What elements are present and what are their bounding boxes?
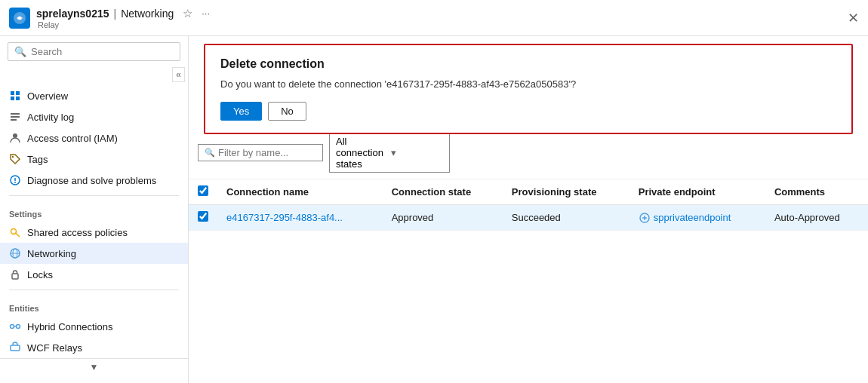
sidebar-item-shared-access-label: Shared access policies [27, 227, 128, 238]
sidebar-item-hybrid-label: Hybrid Connections [27, 321, 112, 332]
yes-button[interactable]: Yes [220, 102, 262, 121]
filter-icon: 🔍 [205, 148, 215, 158]
sidebar-item-shared-access[interactable]: Shared access policies [0, 222, 188, 243]
connections-table: Connection name Connection state Provisi… [189, 179, 868, 231]
col-private-endpoint: Private endpoint [629, 179, 765, 205]
connection-state-dropdown[interactable]: All connection states ▾ [329, 133, 450, 173]
sidebar-item-networking[interactable]: Networking [0, 243, 188, 264]
more-button[interactable]: ··· [202, 8, 210, 19]
content-area: Delete connection Do you want to delete … [189, 36, 868, 383]
title-bar: sprelayns0215 | Networking ☆ ··· Relay ✕ [0, 0, 868, 36]
search-box: 🔍 [8, 42, 180, 61]
svg-rect-6 [11, 113, 20, 115]
col-connection-state: Connection state [383, 179, 503, 205]
svg-point-14 [11, 229, 17, 234]
filter-input-container: 🔍 [198, 144, 323, 161]
connection-state-value: All connection states [336, 136, 388, 170]
main-layout: 🔍 « Overview Activity log Access control… [0, 36, 868, 383]
scroll-down-button[interactable]: ▼ [0, 358, 188, 375]
wcf-icon [9, 342, 21, 354]
svg-rect-2 [11, 91, 14, 95]
row-checkbox[interactable] [198, 211, 208, 222]
sub-label: Relay [38, 20, 210, 29]
sidebar-item-locks[interactable]: Locks [0, 264, 188, 285]
collapse-sidebar-button[interactable]: « [172, 67, 185, 82]
entities-divider [9, 290, 179, 290]
sidebar-item-access-label: Access control (IAM) [27, 133, 118, 144]
sidebar: 🔍 « Overview Activity log Access control… [0, 36, 189, 383]
svg-point-21 [17, 325, 20, 329]
table-body: e4167317-295f-4883-af4... Approved Succe… [189, 205, 868, 231]
svg-rect-23 [11, 345, 20, 351]
filter-row: 🔍 All connection states ▾ [189, 127, 868, 179]
activity-icon [9, 111, 21, 123]
private-endpoint-icon [639, 212, 651, 224]
title-separator: | [114, 8, 117, 20]
table-row: e4167317-295f-4883-af4... Approved Succe… [189, 205, 868, 231]
sidebar-item-wcf-label: WCF Relays [27, 342, 82, 354]
svg-point-1 [18, 17, 21, 20]
col-comments: Comments [765, 179, 868, 205]
sidebar-item-activity-label: Activity log [27, 112, 74, 123]
sidebar-item-overview[interactable]: Overview [0, 85, 188, 106]
entities-section-label: Entities [0, 295, 188, 316]
search-input[interactable] [31, 46, 174, 57]
col-provisioning-state: Provisioning state [503, 179, 629, 205]
title-block: sprelayns0215 | Networking ☆ ··· Relay [36, 7, 210, 29]
table-area: 🔍 All connection states ▾ Conne [189, 127, 868, 383]
sidebar-item-activity-log[interactable]: Activity log [0, 106, 188, 127]
svg-rect-19 [12, 274, 18, 279]
row-provisioning-state: Succeeded [503, 205, 629, 231]
app-icon [9, 8, 30, 29]
dialog-buttons: Yes No [220, 102, 836, 121]
filter-name-input[interactable] [218, 147, 316, 158]
sidebar-item-tags[interactable]: Tags [0, 149, 188, 170]
svg-rect-3 [16, 91, 20, 95]
private-endpoint-link[interactable]: spprivateendpoint [639, 212, 756, 224]
favorite-button[interactable]: ☆ [183, 7, 192, 20]
select-all-checkbox[interactable] [198, 185, 208, 196]
access-icon [9, 132, 21, 144]
dialog-title: Delete connection [220, 57, 836, 71]
svg-rect-7 [11, 116, 20, 118]
row-private-endpoint: spprivateendpoint [629, 205, 765, 231]
connection-name-link[interactable]: e4167317-295f-4883-af4... [226, 212, 343, 223]
lock-icon [9, 268, 21, 280]
sidebar-item-tags-label: Tags [27, 154, 48, 165]
close-button[interactable]: ✕ [848, 10, 859, 26]
col-connection-name: Connection name [217, 179, 383, 205]
sidebar-item-access-control[interactable]: Access control (IAM) [0, 127, 188, 149]
svg-point-9 [13, 133, 17, 138]
svg-point-20 [11, 325, 14, 329]
row-checkbox-cell [189, 205, 217, 231]
svg-rect-8 [11, 119, 17, 121]
settings-divider [9, 195, 179, 196]
diagnose-icon [9, 174, 21, 186]
app-name: sprelayns0215 [36, 8, 109, 20]
tags-icon [9, 153, 21, 165]
svg-rect-5 [16, 97, 20, 100]
select-all-col [189, 179, 217, 205]
search-icon: 🔍 [14, 46, 26, 57]
row-comments: Auto-Approved [765, 205, 868, 231]
settings-section-label: Settings [0, 201, 188, 222]
page-name: Networking [121, 8, 174, 20]
dropdown-chevron-icon: ▾ [391, 147, 443, 158]
svg-rect-4 [11, 97, 14, 100]
hybrid-icon [9, 320, 21, 332]
delete-dialog: Delete connection Do you want to delete … [204, 44, 853, 134]
overview-icon [9, 90, 21, 102]
sidebar-item-diagnose[interactable]: Diagnose and solve problems [0, 170, 188, 191]
no-button[interactable]: No [268, 102, 306, 121]
row-connection-name: e4167317-295f-4883-af4... [217, 205, 383, 231]
sidebar-item-diagnose-label: Diagnose and solve problems [27, 175, 156, 186]
sidebar-item-hybrid-connections[interactable]: Hybrid Connections [0, 316, 188, 337]
sidebar-item-networking-label: Networking [27, 248, 76, 259]
row-connection-state: Approved [383, 205, 503, 231]
sidebar-item-locks-label: Locks [27, 269, 53, 280]
sidebar-item-overview-label: Overview [27, 90, 68, 102]
svg-line-15 [16, 234, 20, 237]
svg-point-10 [12, 156, 14, 158]
table-header: Connection name Connection state Provisi… [189, 179, 868, 205]
sidebar-item-wcf-relays[interactable]: WCF Relays [0, 337, 188, 358]
